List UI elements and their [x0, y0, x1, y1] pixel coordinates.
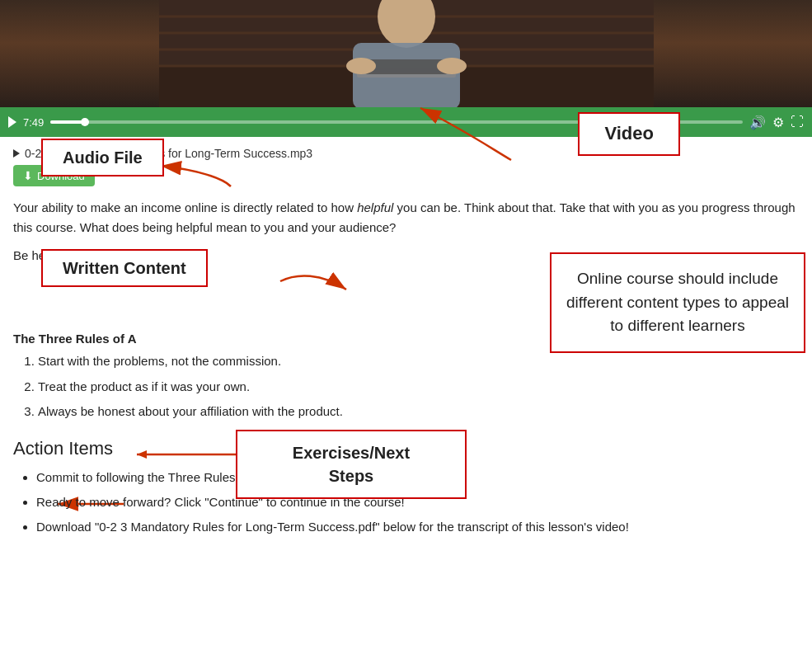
download-icon: ⬇	[23, 169, 33, 182]
video-annotation-box: Video	[578, 112, 680, 156]
volume-icon[interactable]: 🔊	[749, 115, 766, 130]
svg-marker-14	[137, 450, 147, 459]
video-controls-bar: 7:49 🔊 ⚙ ⛶	[0, 107, 812, 137]
play-icon	[8, 116, 16, 128]
online-course-annotation-box: Online course should include different c…	[550, 252, 805, 353]
settings-icon[interactable]: ⚙	[772, 115, 784, 130]
rule-item-2: Treat the product as if it was your own.	[38, 378, 799, 397]
written-content-annotation-box: Written Content	[41, 249, 208, 287]
svg-point-11	[437, 58, 467, 74]
video-thumbnail	[0, 0, 812, 107]
rule-item-3: Always be honest about your affiliation …	[38, 402, 799, 421]
video-area	[0, 0, 812, 107]
rule-item-1: Start with the problems, not the commiss…	[38, 352, 799, 371]
audio-annotation-box: Audio File	[41, 139, 164, 177]
audio-play-icon[interactable]	[13, 149, 20, 158]
video-time: 7:49	[23, 116, 44, 129]
progress-fill	[50, 120, 85, 124]
body-paragraph-1: Your ability to make an income online is…	[13, 198, 799, 238]
content-area: 0-2 Three Mandatory Rules for Long-Term …	[0, 137, 812, 562]
video-thumbnail-svg	[159, 0, 654, 107]
play-button[interactable]	[8, 116, 16, 128]
progress-indicator	[81, 118, 89, 126]
fullscreen-icon[interactable]: ⛶	[791, 115, 804, 129]
page-wrapper: 7:49 🔊 ⚙ ⛶	[0, 0, 812, 562]
svg-rect-9	[365, 59, 448, 74]
exercises-annotation-box: Exercises/NextSteps	[236, 430, 467, 499]
svg-point-10	[346, 58, 376, 74]
rules-list: Start with the problems, not the commiss…	[13, 352, 799, 421]
action-item-3: Download "0-2 3 Mandatory Rules for Long…	[36, 517, 799, 537]
